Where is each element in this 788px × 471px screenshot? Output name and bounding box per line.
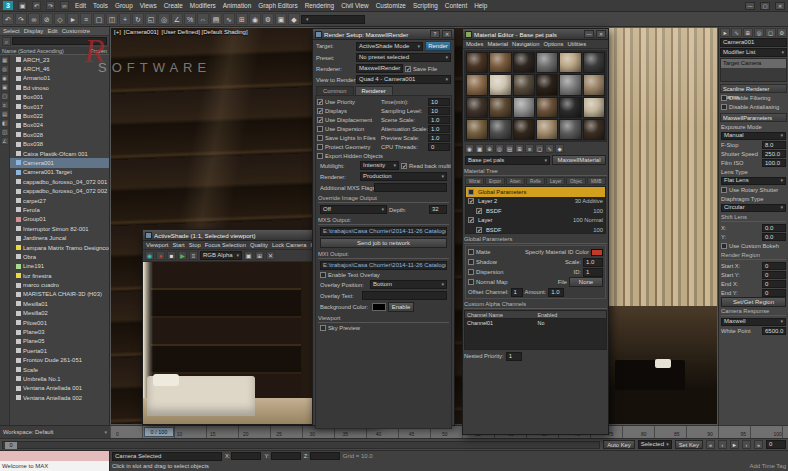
material-tree-tab[interactable]: Layer [546, 177, 565, 185]
material-editor-minimize-icon[interactable]: — [584, 30, 594, 38]
view-to-render-dropdown[interactable]: Quad 4 - Camera001 [356, 75, 451, 84]
sky-preview-checkbox[interactable]: Sky Preview [320, 325, 366, 331]
list-item[interactable]: ARCH_23 [10, 55, 109, 64]
create-tab-icon[interactable]: ► [720, 28, 730, 37]
list-item[interactable]: luz finestra [10, 271, 109, 280]
assign-material-icon[interactable]: ⊕ [485, 144, 494, 153]
frozen-column-header[interactable]: Frozen [90, 47, 107, 54]
menu-item[interactable]: Animation [222, 2, 252, 9]
activeshade-menu-item[interactable]: Viewport [146, 242, 168, 248]
menu-item[interactable]: Views [139, 2, 158, 9]
material-sample-slot[interactable] [536, 119, 558, 140]
render-button[interactable]: Render [425, 41, 451, 51]
name-column-header[interactable]: Name (Sorted Ascending) [2, 47, 64, 54]
end-y-field[interactable]: 0 [762, 289, 786, 297]
save-file-checkbox[interactable]: Save File [405, 66, 451, 72]
curve-editor-icon[interactable]: ∿ [223, 13, 235, 25]
custom-bokeh-checkbox[interactable]: Use Custom Bokeh [721, 243, 779, 249]
diaphragm-dropdown[interactable]: Circular [721, 204, 786, 212]
scene-explorer-tab[interactable]: Edit [47, 28, 57, 34]
go-to-end-icon[interactable]: » [754, 440, 763, 449]
list-item[interactable]: Bd vinoso [10, 83, 109, 92]
set-key-button[interactable]: Set Key [675, 440, 703, 449]
listener-output-pane[interactable]: Welcome to MAX [0, 461, 109, 471]
list-item[interactable]: Umbrella No.1 [10, 374, 109, 383]
menu-item[interactable]: Scripting [412, 2, 439, 9]
channel-dropdown[interactable]: RGB Alpha [200, 251, 242, 260]
materials-filter-icon[interactable]: ◧ [1, 119, 9, 127]
selection-region-icon[interactable]: ▢ [93, 13, 105, 25]
material-sample-slot[interactable] [466, 52, 488, 73]
material-sample-slot[interactable] [489, 74, 511, 95]
stack-item-target-camera[interactable]: Target Camera [721, 59, 786, 68]
render-setup-icon[interactable]: ⚙ [262, 13, 274, 25]
material-sample-slot[interactable] [536, 52, 558, 73]
selection-set-dropdown[interactable] [301, 15, 365, 24]
preset-dropdown[interactable]: No preset selected [356, 53, 451, 62]
mirror-icon[interactable]: ⇔ [197, 13, 209, 25]
iso-field[interactable]: 100.0 [762, 159, 786, 167]
put-to-library-icon[interactable]: ▣ [475, 144, 484, 153]
render-option-field[interactable]: Scene Scale:1.0 [381, 115, 450, 124]
disable-antialiasing-checkbox[interactable]: Disable Antialiasing [721, 104, 779, 110]
list-item[interactable]: Jardinera Juncal [10, 233, 109, 242]
geometry-filter-icon[interactable]: ◎ [1, 65, 9, 73]
material-tree-row[interactable]: BSDF 100 [466, 206, 605, 216]
shadow-checkbox[interactable]: Shadow [468, 259, 497, 265]
render-option-field[interactable]: Time(min):10 [381, 97, 450, 106]
material-sample-slot[interactable] [559, 52, 581, 73]
list-item[interactable]: Camera001.Target [10, 168, 109, 177]
list-item[interactable]: Box017 [10, 102, 109, 111]
list-item[interactable]: Camera001 [10, 158, 109, 167]
schematic-view-icon[interactable]: ⊞ [236, 13, 248, 25]
render-setup-tab[interactable]: Renderer [355, 86, 393, 95]
select-object-icon[interactable]: ► [67, 13, 79, 25]
time-slider[interactable]: 0 / 100 [144, 427, 174, 437]
render-option-field[interactable]: Attenuation Scale:1.0 [381, 124, 450, 133]
list-item[interactable]: Ferola [10, 205, 109, 214]
list-item[interactable]: Puerta01 [10, 346, 109, 355]
list-item[interactable]: cappadbo_fiorosso_04_072 002 [10, 186, 109, 195]
list-item[interactable]: Scafe [10, 365, 109, 374]
save-image-icon[interactable]: ▣ [244, 251, 253, 260]
modifier-list-dropdown[interactable]: Modifier List [720, 48, 787, 57]
enabled-column[interactable]: Enabled [536, 311, 607, 318]
list-item[interactable]: Ventana Antellada 001 [10, 384, 109, 393]
render-option-checkbox[interactable]: Use Displacement [317, 115, 379, 124]
track-bar[interactable]: 0 [2, 441, 600, 449]
material-sample-slot[interactable] [583, 52, 605, 73]
list-item[interactable]: MARISTELA CHAIR-3D (H03) [10, 290, 109, 299]
fstop-field[interactable]: 8.0 [762, 141, 786, 149]
list-item[interactable]: carpet27 [10, 196, 109, 205]
menu-item[interactable]: Group [114, 2, 134, 9]
window-crossing-icon[interactable]: ◫ [106, 13, 118, 25]
material-sample-slot[interactable] [559, 74, 581, 95]
multilight-dropdown[interactable]: Intensity [360, 161, 399, 170]
menu-item[interactable]: Content [444, 2, 468, 9]
get-material-icon[interactable]: ◉ [465, 144, 474, 153]
target-dropdown[interactable]: ActiveShade Mode [356, 42, 423, 51]
material-map-navigator-icon[interactable]: ∿ [545, 144, 554, 153]
scene-search-input[interactable] [12, 37, 107, 45]
list-item[interactable]: Ventana Antellada 002 [10, 393, 109, 402]
render-option-checkbox[interactable]: Use Dispersion [317, 124, 379, 133]
select-and-rotate-icon[interactable]: ↻ [132, 13, 144, 25]
channel-name-column[interactable]: Channel Name [465, 311, 536, 318]
normal-map-file-button[interactable]: None [569, 277, 603, 287]
current-frame-marker[interactable]: 0 [5, 442, 17, 449]
menu-item[interactable]: Graph Editors [257, 2, 298, 9]
material-tree-row[interactable]: Layer 100 Normal [466, 216, 605, 226]
clear-icon[interactable]: ✕ [266, 251, 275, 260]
y-coordinate-field[interactable] [271, 452, 301, 460]
normal-map-checkbox[interactable]: Normal Map [468, 279, 508, 285]
render-setup-close-icon[interactable]: ✕ [442, 30, 452, 38]
matte-checkbox[interactable]: Matte [468, 249, 491, 255]
enable-button[interactable]: Enable [388, 302, 414, 312]
render-option-field[interactable]: Preview Scale:1.0 [381, 133, 450, 142]
display-tab-icon[interactable]: ▢ [765, 28, 775, 37]
background-color-swatch[interactable] [372, 303, 386, 311]
material-sample-slot[interactable] [513, 74, 535, 95]
material-sample-slot[interactable] [466, 97, 488, 118]
exposure-mode-dropdown[interactable]: Manual [721, 132, 786, 140]
activeshade-menu-item[interactable]: Focus Selection [205, 242, 246, 248]
